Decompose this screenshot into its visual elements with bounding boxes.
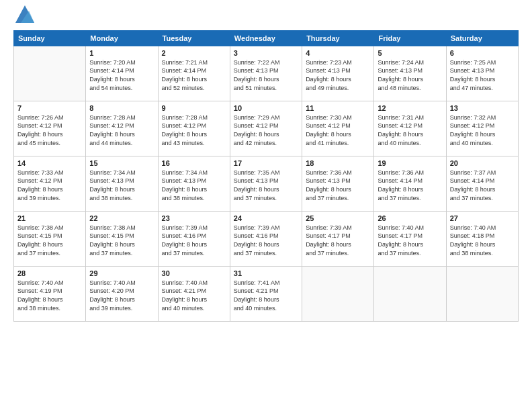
day-info: Sunrise: 7:22 AMSunset: 4:13 PMDaylight:… [234,58,298,92]
day-number: 2 [162,49,226,57]
calendar-cell: 3Sunrise: 7:22 AMSunset: 4:13 PMDaylight… [230,46,302,101]
day-info: Sunrise: 7:35 AMSunset: 4:13 PMDaylight:… [234,169,298,202]
day-info: Sunrise: 7:40 AMSunset: 4:19 PMDaylight:… [17,279,82,312]
day-info: Sunrise: 7:29 AMSunset: 4:12 PMDaylight:… [234,113,298,147]
day-info: Sunrise: 7:30 AMSunset: 4:12 PMDaylight:… [306,113,370,147]
day-info: Sunrise: 7:38 AMSunset: 4:15 PMDaylight:… [17,224,82,257]
day-number: 6 [450,49,515,57]
day-info: Sunrise: 7:28 AMSunset: 4:12 PMDaylight:… [89,113,154,147]
calendar-cell: 27Sunrise: 7:40 AMSunset: 4:18 PMDayligh… [446,211,518,266]
calendar-cell: 1Sunrise: 7:20 AMSunset: 4:14 PMDaylight… [86,46,158,101]
day-info: Sunrise: 7:34 AMSunset: 4:13 PMDaylight:… [162,169,226,202]
calendar-cell: 5Sunrise: 7:24 AMSunset: 4:13 PMDaylight… [374,46,446,101]
day-number: 28 [17,269,82,277]
calendar-cell: 20Sunrise: 7:37 AMSunset: 4:14 PMDayligh… [446,156,518,211]
day-number: 9 [162,104,226,112]
day-info: Sunrise: 7:37 AMSunset: 4:14 PMDaylight:… [450,169,515,202]
day-info: Sunrise: 7:40 AMSunset: 4:21 PMDaylight:… [162,279,226,312]
day-number: 13 [450,104,515,112]
day-number: 20 [450,159,515,167]
day-info: Sunrise: 7:23 AMSunset: 4:13 PMDaylight:… [306,58,370,92]
day-info: Sunrise: 7:40 AMSunset: 4:20 PMDaylight:… [89,279,154,312]
day-number: 21 [17,214,82,222]
calendar-cell: 21Sunrise: 7:38 AMSunset: 4:15 PMDayligh… [14,211,86,266]
day-info: Sunrise: 7:20 AMSunset: 4:14 PMDaylight:… [89,58,154,92]
day-number: 18 [306,159,370,167]
weekday-header-monday: Monday [86,30,158,46]
day-number: 30 [162,269,226,277]
calendar-cell: 11Sunrise: 7:30 AMSunset: 4:12 PMDayligh… [302,101,374,156]
day-info: Sunrise: 7:38 AMSunset: 4:15 PMDaylight:… [89,224,154,257]
day-number: 19 [378,159,442,167]
calendar-cell [374,266,446,321]
calendar-cell: 31Sunrise: 7:41 AMSunset: 4:21 PMDayligh… [230,266,302,321]
day-info: Sunrise: 7:32 AMSunset: 4:12 PMDaylight:… [450,113,515,147]
weekday-header-tuesday: Tuesday [158,30,230,46]
day-info: Sunrise: 7:28 AMSunset: 4:12 PMDaylight:… [162,113,226,147]
calendar-table: SundayMondayTuesdayWednesdayThursdayFrid… [13,30,519,322]
day-number: 10 [234,104,298,112]
day-info: Sunrise: 7:36 AMSunset: 4:14 PMDaylight:… [378,169,442,202]
day-number: 31 [234,269,298,277]
calendar-cell [302,266,374,321]
day-number: 1 [89,49,154,57]
calendar-cell: 14Sunrise: 7:33 AMSunset: 4:12 PMDayligh… [14,156,86,211]
calendar-cell: 24Sunrise: 7:39 AMSunset: 4:16 PMDayligh… [230,211,302,266]
weekday-header-friday: Friday [374,30,446,46]
day-info: Sunrise: 7:25 AMSunset: 4:13 PMDaylight:… [450,58,515,92]
day-number: 4 [306,49,370,57]
calendar-cell: 13Sunrise: 7:32 AMSunset: 4:12 PMDayligh… [446,101,518,156]
day-info: Sunrise: 7:39 AMSunset: 4:16 PMDaylight:… [234,224,298,257]
day-number: 11 [306,104,370,112]
day-info: Sunrise: 7:34 AMSunset: 4:13 PMDaylight:… [89,169,154,202]
day-info: Sunrise: 7:36 AMSunset: 4:13 PMDaylight:… [306,169,370,202]
calendar-cell: 9Sunrise: 7:28 AMSunset: 4:12 PMDaylight… [158,101,230,156]
day-number: 17 [234,159,298,167]
calendar-cell: 25Sunrise: 7:39 AMSunset: 4:17 PMDayligh… [302,211,374,266]
header [13,10,519,24]
day-info: Sunrise: 7:40 AMSunset: 4:17 PMDaylight:… [378,224,442,257]
calendar-cell: 4Sunrise: 7:23 AMSunset: 4:13 PMDaylight… [302,46,374,101]
day-number: 12 [378,104,442,112]
day-number: 24 [234,214,298,222]
calendar-cell: 2Sunrise: 7:21 AMSunset: 4:14 PMDaylight… [158,46,230,101]
day-number: 15 [89,159,154,167]
day-number: 27 [450,214,515,222]
calendar-cell: 16Sunrise: 7:34 AMSunset: 4:13 PMDayligh… [158,156,230,211]
calendar-cell [446,266,518,321]
logo-icon [15,5,34,23]
day-number: 16 [162,159,226,167]
calendar-cell: 22Sunrise: 7:38 AMSunset: 4:15 PMDayligh… [86,211,158,266]
day-info: Sunrise: 7:31 AMSunset: 4:12 PMDaylight:… [378,113,442,147]
weekday-header-wednesday: Wednesday [230,30,302,46]
calendar-cell: 10Sunrise: 7:29 AMSunset: 4:12 PMDayligh… [230,101,302,156]
day-number: 5 [378,49,442,57]
calendar-cell: 17Sunrise: 7:35 AMSunset: 4:13 PMDayligh… [230,156,302,211]
calendar-cell: 6Sunrise: 7:25 AMSunset: 4:13 PMDaylight… [446,46,518,101]
calendar-cell [14,46,86,101]
day-info: Sunrise: 7:33 AMSunset: 4:12 PMDaylight:… [17,169,82,202]
calendar-cell: 15Sunrise: 7:34 AMSunset: 4:13 PMDayligh… [86,156,158,211]
calendar-cell: 18Sunrise: 7:36 AMSunset: 4:13 PMDayligh… [302,156,374,211]
page: SundayMondayTuesdayWednesdayThursdayFrid… [0,0,532,411]
day-info: Sunrise: 7:24 AMSunset: 4:13 PMDaylight:… [378,58,442,92]
day-number: 7 [17,104,82,112]
day-number: 22 [89,214,154,222]
weekday-header-thursday: Thursday [302,30,374,46]
calendar-cell: 8Sunrise: 7:28 AMSunset: 4:12 PMDaylight… [86,101,158,156]
day-info: Sunrise: 7:41 AMSunset: 4:21 PMDaylight:… [234,279,298,312]
weekday-header-sunday: Sunday [14,30,86,46]
day-info: Sunrise: 7:39 AMSunset: 4:16 PMDaylight:… [162,224,226,257]
calendar-cell: 12Sunrise: 7:31 AMSunset: 4:12 PMDayligh… [374,101,446,156]
day-info: Sunrise: 7:40 AMSunset: 4:18 PMDaylight:… [450,224,515,257]
day-number: 29 [89,269,154,277]
day-number: 25 [306,214,370,222]
day-number: 26 [378,214,442,222]
weekday-header-saturday: Saturday [446,30,518,46]
day-number: 3 [234,49,298,57]
day-number: 23 [162,214,226,222]
day-info: Sunrise: 7:39 AMSunset: 4:17 PMDaylight:… [306,224,370,257]
calendar-cell: 19Sunrise: 7:36 AMSunset: 4:14 PMDayligh… [374,156,446,211]
calendar-cell: 23Sunrise: 7:39 AMSunset: 4:16 PMDayligh… [158,211,230,266]
calendar-cell: 28Sunrise: 7:40 AMSunset: 4:19 PMDayligh… [14,266,86,321]
